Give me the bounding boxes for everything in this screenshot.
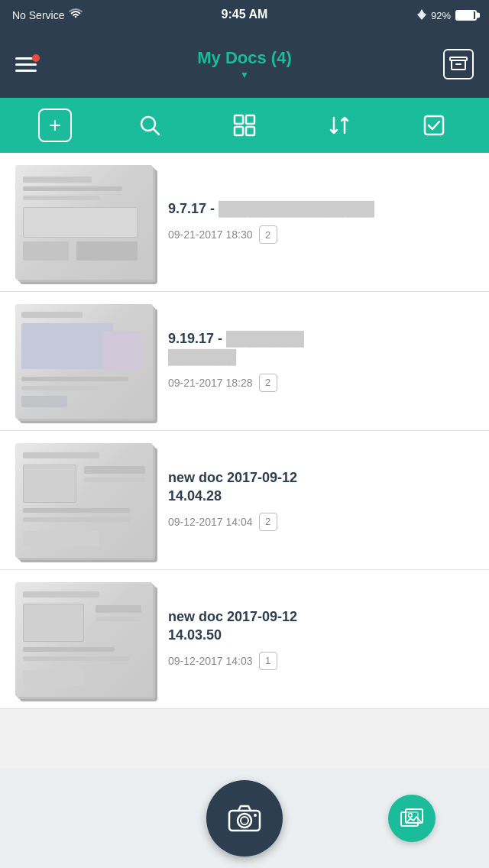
- status-bar: No Service 9:45 AM 92%: [0, 0, 489, 31]
- doc-date: 09-21-2017 18:28: [168, 377, 253, 389]
- doc-page-count: 1: [259, 652, 277, 670]
- carrier-text: No Service: [12, 9, 64, 21]
- status-time: 9:45 AM: [222, 8, 268, 21]
- doc-meta: 09-12-2017 14:03 1: [168, 652, 474, 670]
- svg-rect-5: [235, 127, 243, 135]
- menu-line-3: [15, 70, 37, 72]
- archive-icon: [449, 54, 468, 75]
- doc-info: new doc 2017-09-1214.04.28 09-12-2017 14…: [153, 469, 474, 531]
- doc-name: 9.7.17 - ████████████████: [168, 200, 474, 218]
- doc-name: 9.19.17 - ████████ ███████: [168, 330, 474, 366]
- archive-button[interactable]: [443, 49, 474, 79]
- add-folder-button[interactable]: +: [35, 105, 75, 145]
- battery-icon: [455, 10, 477, 21]
- svg-point-9: [238, 814, 251, 828]
- doc-name: new doc 2017-09-1214.04.28: [168, 469, 474, 505]
- doc-info: 9.19.17 - ████████ ███████ 09-21-2017 18…: [153, 330, 474, 392]
- doc-thumbnail: [15, 165, 153, 280]
- list-item[interactable]: new doc 2017-09-1214.03.50 09-12-2017 14…: [0, 570, 489, 709]
- grid-icon: [233, 114, 256, 137]
- camera-icon: [228, 805, 261, 832]
- svg-rect-6: [246, 127, 254, 135]
- toolbar: +: [0, 98, 489, 153]
- gallery-icon: [400, 808, 423, 828]
- menu-button[interactable]: [15, 57, 37, 72]
- page-title: My Docs (4): [197, 48, 291, 68]
- select-icon: [423, 114, 445, 137]
- battery-percent: 92%: [431, 10, 451, 21]
- doc-page-count: 2: [259, 374, 277, 392]
- doc-thumbnail: [15, 304, 153, 419]
- doc-name: new doc 2017-09-1214.03.50: [168, 608, 474, 644]
- menu-notification-badge: [32, 54, 40, 62]
- sort-icon: [328, 114, 351, 137]
- gallery-button[interactable]: [388, 795, 436, 842]
- app-header: My Docs (4) ▼: [0, 31, 489, 98]
- doc-thumbnail: [15, 443, 153, 558]
- search-icon: [138, 114, 161, 137]
- svg-rect-4: [246, 115, 254, 124]
- svg-point-11: [254, 814, 257, 817]
- doc-page-count: 2: [259, 225, 277, 244]
- camera-btn-wrapper: [206, 780, 283, 857]
- doc-date: 09-12-2017 14:04: [168, 516, 253, 528]
- status-battery-section: 92%: [417, 9, 477, 22]
- location-icon: [417, 9, 426, 22]
- doc-info: 9.7.17 - ████████████████ 09-21-2017 18:…: [153, 200, 474, 244]
- doc-meta: 09-21-2017 18:30 2: [168, 225, 474, 244]
- dropdown-arrow-icon[interactable]: ▼: [197, 70, 291, 80]
- doc-date: 09-21-2017 18:30: [168, 228, 253, 241]
- svg-point-10: [241, 817, 248, 824]
- doc-page-count: 2: [259, 513, 277, 531]
- camera-button[interactable]: [206, 780, 283, 857]
- menu-line-2: [15, 63, 37, 66]
- grid-view-button[interactable]: [225, 105, 264, 145]
- battery-fill: [457, 11, 474, 19]
- doc-info: new doc 2017-09-1214.03.50 09-12-2017 14…: [153, 608, 474, 670]
- svg-rect-3: [235, 115, 243, 124]
- select-button[interactable]: [414, 105, 454, 145]
- list-item[interactable]: new doc 2017-09-1214.04.28 09-12-2017 14…: [0, 431, 489, 570]
- wifi-icon: [69, 8, 83, 22]
- status-carrier-section: No Service: [12, 8, 83, 22]
- svg-rect-7: [425, 116, 443, 134]
- document-list: 9.7.17 - ████████████████ 09-21-2017 18:…: [0, 153, 489, 709]
- doc-meta: 09-12-2017 14:04 2: [168, 513, 474, 531]
- add-folder-icon: +: [38, 108, 72, 142]
- doc-date: 09-12-2017 14:03: [168, 655, 253, 667]
- doc-meta: 09-21-2017 18:28 2: [168, 374, 474, 392]
- doc-thumbnail: [15, 582, 153, 697]
- search-button[interactable]: [130, 105, 170, 145]
- sort-button[interactable]: [319, 105, 359, 145]
- header-title-section: My Docs (4) ▼: [197, 48, 291, 80]
- list-item[interactable]: 9.7.17 - ████████████████ 09-21-2017 18:…: [0, 153, 489, 292]
- list-item[interactable]: 9.19.17 - ████████ ███████ 09-21-2017 18…: [0, 292, 489, 431]
- bottom-bar: [0, 769, 489, 868]
